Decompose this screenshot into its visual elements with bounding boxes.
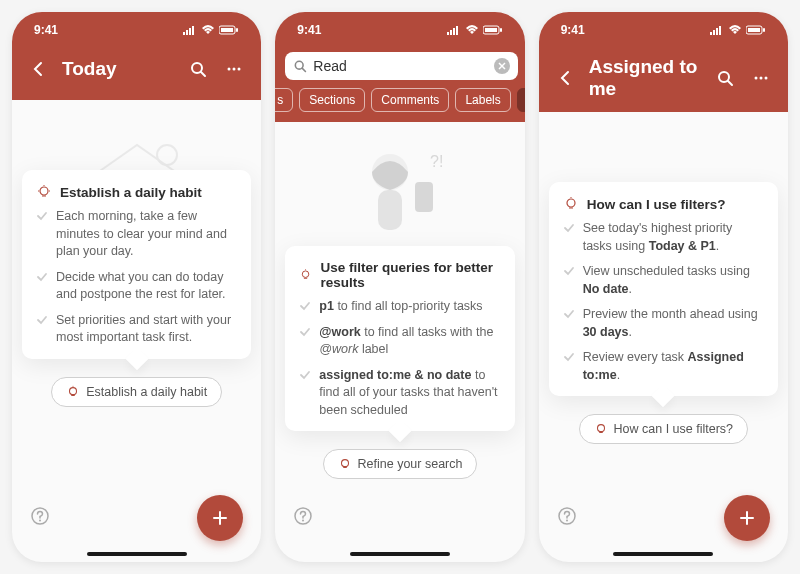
svg-point-11: [238, 68, 241, 71]
help-icon: [293, 506, 313, 526]
signal-icon: [183, 25, 197, 35]
svg-rect-29: [456, 26, 458, 35]
bulb-icon: [66, 385, 80, 399]
more-button[interactable]: [748, 65, 774, 91]
pill-label: Establish a daily habit: [86, 385, 207, 399]
tip-list: See today's highest priority tasks using…: [563, 220, 764, 384]
help-button[interactable]: [557, 506, 577, 530]
clear-search-button[interactable]: [494, 58, 510, 74]
svg-rect-1: [186, 30, 188, 35]
add-task-fab[interactable]: [724, 495, 770, 541]
back-button[interactable]: [553, 65, 579, 91]
status-bar: 9:41: [539, 12, 788, 48]
home-indicator: [350, 552, 450, 556]
search-field[interactable]: [285, 52, 518, 80]
filter-chips: s Sections Comments Labels Filters: [275, 88, 524, 122]
svg-point-44: [341, 460, 348, 467]
svg-rect-49: [713, 30, 715, 35]
phone-assigned: 9:41 Assigned to me How can I use filter…: [539, 12, 788, 562]
battery-icon: [219, 25, 239, 35]
svg-point-59: [764, 77, 767, 80]
battery-icon: [483, 25, 503, 35]
chevron-left-icon: [30, 60, 48, 78]
status-bar: 9:41: [12, 12, 261, 48]
help-button[interactable]: [293, 506, 313, 530]
battery-icon: [746, 25, 766, 35]
bottom-bar: [12, 486, 261, 562]
bulb-icon: [338, 457, 352, 471]
tip-card: Establish a daily habit Each morning, ta…: [22, 170, 251, 359]
bulb-icon: [299, 267, 312, 283]
chip-sections[interactable]: Sections: [299, 88, 365, 112]
tip-item: See today's highest priority tasks using…: [563, 220, 764, 255]
svg-point-14: [40, 187, 48, 195]
more-icon: [225, 60, 243, 78]
bottom-bar: [539, 486, 788, 562]
svg-point-10: [233, 68, 236, 71]
back-button[interactable]: [26, 56, 52, 82]
tip-pill-button[interactable]: How can I use filters?: [579, 414, 749, 444]
svg-rect-3: [192, 26, 194, 35]
search-input[interactable]: [313, 58, 488, 74]
status-icons: [183, 25, 239, 35]
signal-icon: [447, 25, 461, 35]
svg-rect-27: [450, 30, 452, 35]
plus-icon: [737, 508, 757, 528]
chip-labels[interactable]: Labels: [455, 88, 510, 112]
svg-rect-31: [485, 28, 497, 32]
svg-point-13: [157, 145, 177, 165]
chip-tasks[interactable]: s: [275, 88, 293, 112]
svg-rect-39: [415, 182, 433, 212]
tip-card: How can I use filters? See today's highe…: [549, 182, 778, 396]
search-icon: [716, 69, 734, 87]
svg-rect-53: [748, 28, 760, 32]
help-button[interactable]: [30, 506, 50, 530]
phone-search: 9:41 Cancel s Sections Comments Labels F…: [275, 12, 524, 562]
card-title: Use filter queries for better results: [320, 260, 500, 290]
wifi-icon: [728, 25, 742, 35]
help-icon: [557, 506, 577, 526]
tip-item: p1 to find all top-priority tasks: [299, 298, 500, 316]
card-title: How can I use filters?: [587, 197, 726, 212]
signal-icon: [710, 25, 724, 35]
svg-point-58: [759, 77, 762, 80]
status-icons: [710, 25, 766, 35]
chip-filters[interactable]: Filters: [517, 88, 525, 112]
svg-point-63: [597, 425, 604, 432]
tip-item: assigned to:me & no date to find all of …: [299, 367, 500, 420]
home-indicator: [87, 552, 187, 556]
svg-point-66: [566, 520, 568, 522]
tip-pill-button[interactable]: Refine your search: [323, 449, 478, 479]
tip-item: Review every task Assigned to:me.: [563, 349, 764, 384]
plus-icon: [210, 508, 230, 528]
more-icon: [752, 69, 770, 87]
search-button[interactable]: [712, 65, 738, 91]
bulb-icon: [563, 196, 579, 212]
card-title: Establish a daily habit: [60, 185, 202, 200]
add-task-fab[interactable]: [197, 495, 243, 541]
page-title: Today: [62, 58, 175, 80]
phone-today: 9:41 Today Establish a daily habit: [12, 12, 261, 562]
illustration-person: ?!: [330, 132, 470, 252]
svg-rect-0: [183, 32, 185, 35]
search-button[interactable]: [185, 56, 211, 82]
tip-pill-button[interactable]: Establish a daily habit: [51, 377, 222, 407]
svg-point-9: [228, 68, 231, 71]
more-button[interactable]: [221, 56, 247, 82]
bottom-bar: [275, 486, 524, 562]
pill-label: How can I use filters?: [614, 422, 734, 436]
close-icon: [498, 62, 506, 70]
chip-comments[interactable]: Comments: [371, 88, 449, 112]
svg-rect-5: [221, 28, 233, 32]
svg-point-60: [567, 199, 575, 207]
status-time: 9:41: [297, 23, 321, 37]
svg-text:?!: ?!: [430, 153, 443, 170]
status-time: 9:41: [34, 23, 58, 37]
svg-rect-48: [710, 32, 712, 35]
status-icons: [447, 25, 503, 35]
tip-item: View unscheduled tasks using No date.: [563, 263, 764, 298]
page-title: Assigned to me: [589, 56, 702, 100]
svg-point-19: [70, 387, 77, 394]
svg-line-8: [201, 72, 205, 76]
tip-item: Set priorities and start with your most …: [36, 312, 237, 347]
